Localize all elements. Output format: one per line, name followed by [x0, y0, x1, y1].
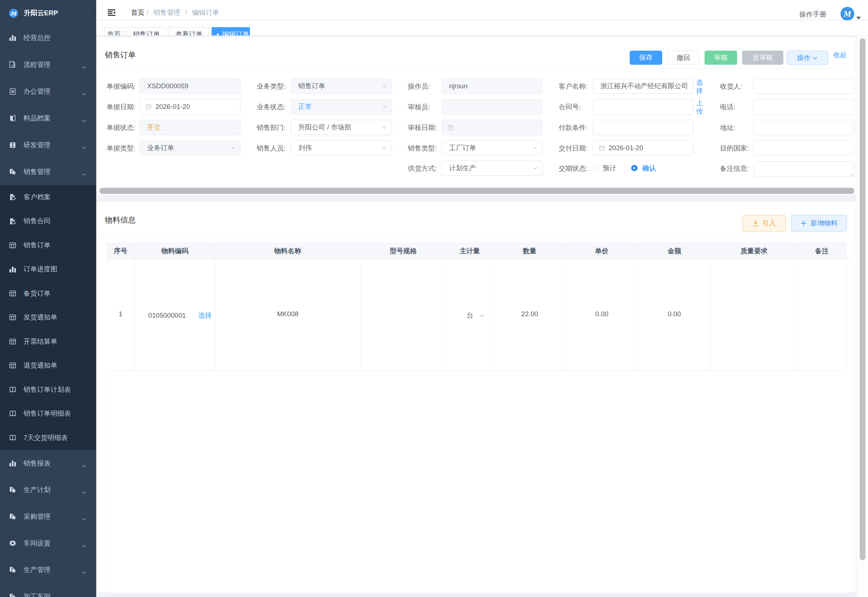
svg-text:M: M	[843, 9, 852, 18]
